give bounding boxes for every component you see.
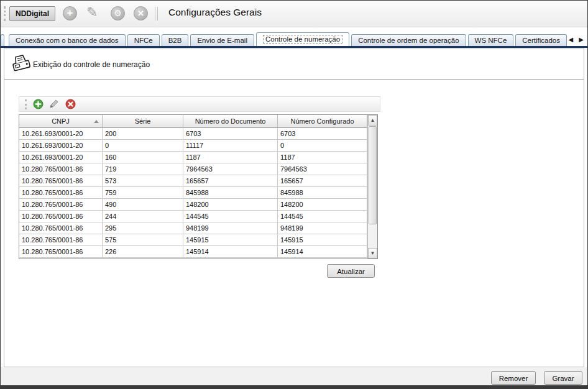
table-cell: 10.280.765/0001-86 [19, 222, 103, 234]
table-cell: 11117 [183, 140, 278, 152]
section-title: Exibição do controle de numeração [33, 60, 150, 69]
toolbar-separator [155, 7, 155, 21]
table-cell: 148200 [278, 199, 367, 211]
column-header-2[interactable]: Série [103, 115, 183, 128]
add-icon[interactable]: + [63, 6, 77, 21]
table-row[interactable]: 10.280.765/0001-86295948199948199 [19, 222, 367, 234]
table-cell: 948199 [278, 222, 367, 234]
tab-label: Controle de numeração [263, 35, 342, 43]
table-row[interactable]: 10.261.693/0001-2016011871187 [19, 152, 367, 163]
tab-scroll-right-icon[interactable]: ▶ [579, 36, 584, 43]
edit-row-icon[interactable] [49, 99, 60, 109]
table-row[interactable]: 10.280.765/0001-86490148200148200 [19, 199, 367, 211]
table-cell: 10.280.765/0001-86 [19, 199, 103, 211]
scroll-up-icon[interactable]: ▲ [368, 115, 377, 126]
table-cell: 845988 [278, 187, 367, 199]
configuracoes-gerais-window: NDDigital + ✎ ⚙ ✕ Configurações Gerais C… [0, 0, 588, 389]
table-cell: 165657 [278, 175, 367, 187]
section-divider [4, 79, 584, 80]
table-row[interactable]: 10.261.693/0001-200111170 [19, 140, 367, 152]
close-icon[interactable]: ✕ [134, 6, 148, 21]
table-cell: 10.261.693/0001-20 [19, 140, 103, 152]
table-cell: 295 [103, 222, 183, 234]
delete-row-icon[interactable] [65, 99, 76, 109]
tab-nfce[interactable]: NFCe [127, 34, 160, 46]
table-cell: 6703 [183, 128, 278, 140]
tab-label: Conexão com o banco de dados [16, 37, 119, 44]
table-cell: 1187 [278, 152, 367, 163]
toolbar-grip[interactable] [4, 6, 6, 21]
table-cell: 0 [103, 140, 183, 152]
grid-header: CNPJSérieNúmero do DocumentoNúmero Confi… [19, 115, 367, 128]
table-cell: 144545 [278, 211, 367, 222]
column-header-1[interactable]: CNPJ [19, 115, 103, 128]
table-cell: 490 [103, 199, 183, 211]
table-cell: 10.280.765/0001-86 [19, 163, 103, 175]
gear-icon[interactable]: ⚙ [111, 6, 125, 21]
scrollbar-thumb[interactable] [369, 126, 377, 224]
table-row[interactable]: 10.261.693/0001-2020067036703 [19, 128, 367, 140]
table-cell: 7964563 [183, 163, 278, 175]
table-row[interactable]: 10.280.765/0001-8671979645637964563 [19, 163, 367, 175]
column-header-4[interactable]: Número Configurado [278, 115, 367, 128]
table-cell: 0 [278, 140, 367, 152]
tab-partial[interactable] [1, 34, 4, 46]
table-cell: 200 [103, 128, 183, 140]
table-cell: 10.280.765/0001-86 [19, 175, 103, 187]
tab-label: NFCe [134, 37, 153, 44]
tab-scroll-left-icon[interactable]: ◀ [569, 36, 574, 43]
add-row-icon[interactable] [33, 99, 44, 109]
table-row[interactable]: 10.280.765/0001-86759845988845988 [19, 187, 367, 199]
table-row[interactable]: 10.280.765/0001-86575145915145915 [19, 234, 367, 246]
table-cell: 573 [103, 175, 183, 187]
table-cell: 10.280.765/0001-86 [19, 246, 103, 258]
remover-button[interactable]: Remover [491, 371, 536, 385]
table-cell: 6703 [278, 128, 367, 140]
table-cell: 10.261.693/0001-20 [19, 152, 103, 163]
sort-asc-icon [94, 120, 99, 123]
page-title: Configurações Gerais [168, 7, 262, 18]
table-row[interactable]: 10.280.765/0001-86226145914145914 [19, 246, 367, 258]
table-row[interactable]: 10.280.765/0001-86244144545144545 [19, 211, 367, 222]
tab-strip: Conexão com o banco de dadosNFCeB2BEnvio… [1, 32, 569, 46]
table-cell: 145914 [278, 246, 367, 258]
scroll-down-icon[interactable]: ▼ [368, 248, 377, 259]
table-cell: 10.280.765/0001-86 [19, 211, 103, 222]
tab-ws-nfce[interactable]: WS NFCe [468, 34, 514, 46]
pencil-icon[interactable]: ✎ [86, 4, 98, 21]
table-cell: 165657 [183, 175, 278, 187]
tab-controle-de-ordem-de-opera-o[interactable]: Controle de ordem de operação [351, 34, 466, 46]
tab-label: Certificados [522, 37, 560, 44]
tab-b2b[interactable]: B2B [162, 34, 189, 46]
grid-toolbar-grip[interactable] [25, 99, 27, 109]
tab-controle-de-numera-o[interactable]: Controle de numeração [256, 32, 349, 46]
table-cell: 226 [103, 246, 183, 258]
table-cell: 1187 [183, 152, 278, 163]
table-row[interactable]: 10.280.765/0001-86573165657165657 [19, 175, 367, 187]
table-cell: 244 [103, 211, 183, 222]
table-cell: 845988 [183, 187, 278, 199]
tab-label: WS NFCe [475, 37, 507, 44]
table-cell: 10.280.765/0001-86 [19, 234, 103, 246]
table-cell: 145914 [183, 246, 278, 258]
nddigital-button[interactable]: NDDigital [9, 6, 55, 21]
tab-envio-de-e-mail[interactable]: Envio de E-mail [190, 34, 254, 46]
tab-label: Controle de ordem de operação [358, 37, 459, 44]
table-cell: 575 [103, 234, 183, 246]
table-cell: 10.280.765/0001-86 [19, 187, 103, 199]
tab-label: B2B [168, 37, 182, 44]
toolbar-separator [157, 7, 158, 21]
fax-icon [10, 53, 32, 78]
column-header-3[interactable]: Número do Documento [183, 115, 278, 128]
tab-scroll-buttons: ◀ ▶ [569, 36, 584, 43]
gravar-button[interactable]: Gravar [544, 371, 582, 385]
tab-certificados[interactable]: Certificados [515, 34, 567, 46]
tab-content-panel: Exibição do controle de numeração [4, 48, 584, 367]
atualizar-button[interactable]: Atualizar [327, 264, 375, 278]
table-cell: 7964563 [278, 163, 367, 175]
tab-conex-o-com-o-banco-de-dados[interactable]: Conexão com o banco de dados [9, 34, 126, 46]
grid-scrollbar[interactable]: ▲ ▼ [367, 115, 377, 259]
grid-body: 10.261.693/0001-202006703670310.261.693/… [19, 128, 367, 258]
top-toolbar: NDDigital + ✎ ⚙ ✕ Configurações Gerais [1, 1, 587, 27]
table-cell: 148200 [183, 199, 278, 211]
